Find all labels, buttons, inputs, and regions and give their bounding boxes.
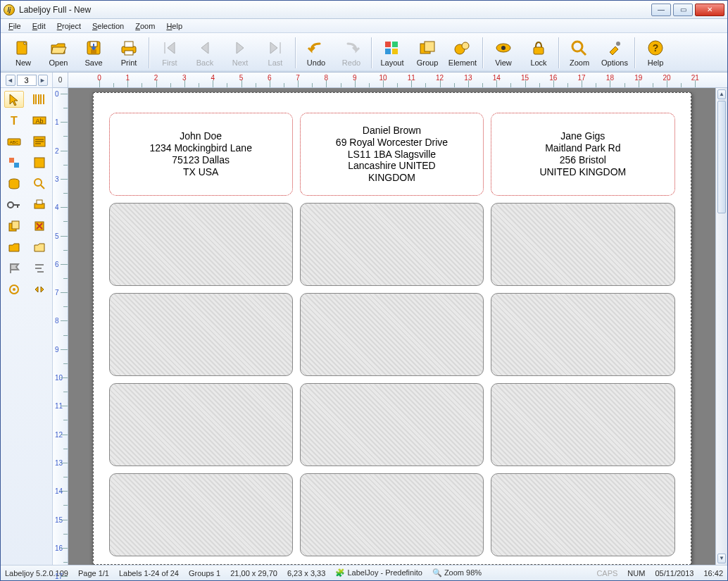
label-cell-empty[interactable]	[109, 473, 293, 556]
ruler-origin: 0	[53, 73, 68, 88]
first-button[interactable]: First	[153, 35, 187, 70]
menu-project[interactable]: Project	[52, 20, 86, 32]
lock-icon	[529, 39, 548, 57]
label-cell-empty[interactable]	[300, 473, 484, 556]
label-cell[interactable]: Jane GigsMaitland Park Rd256 BristolUNIT…	[491, 113, 674, 196]
zoom-button[interactable]: Zoom	[563, 35, 596, 70]
label-cell[interactable]: John Doe1234 Mockingbird Lane75123 Dalla…	[109, 113, 293, 196]
folder-tool[interactable]	[4, 239, 24, 256]
next-button[interactable]: Next	[223, 35, 257, 70]
help-button[interactable]: ?Help	[639, 35, 672, 70]
horizontal-ruler[interactable]: 0 0123456789101112131415161718192021	[68, 73, 727, 88]
label-tool[interactable]: ABC	[4, 133, 24, 150]
svg-rect-47	[37, 200, 42, 204]
status-labels: Labels 1-24 of 24	[119, 569, 179, 577]
svg-point-16	[501, 46, 506, 50]
svg-text:?: ?	[653, 42, 659, 54]
menu-help[interactable]: Help	[161, 20, 187, 32]
label-cell-empty[interactable]	[300, 383, 484, 466]
layout-icon	[382, 39, 402, 57]
find-tool[interactable]	[30, 175, 49, 192]
menu-zoom[interactable]: Zoom	[130, 20, 160, 32]
pointer-tool[interactable]	[4, 91, 24, 108]
label-cell-empty[interactable]	[109, 383, 293, 466]
textfield-tool[interactable]: Ab	[30, 112, 49, 129]
tool-palette: T Ab ABC	[1, 88, 52, 565]
label-cell-empty[interactable]	[109, 293, 293, 376]
view-icon	[494, 39, 513, 57]
vertical-ruler[interactable]: 0123456789101112131415161718	[53, 88, 68, 565]
svg-point-43	[8, 202, 13, 208]
svg-point-41	[34, 179, 42, 186]
save-button[interactable]: Save	[77, 35, 111, 70]
svg-rect-39	[34, 158, 44, 168]
copy-tool[interactable]	[4, 218, 24, 235]
status-zoom: 🔍 Zoom 98%	[432, 568, 482, 577]
folder2-tool[interactable]	[30, 239, 49, 256]
status-profile: 🧩 LabelJoy - Predefinito	[335, 568, 422, 577]
target-tool[interactable]	[4, 281, 24, 298]
label-cell[interactable]: Daniel Brown69 Royal Worcester DriveLS11…	[300, 113, 484, 196]
page-number-input[interactable]	[17, 75, 37, 86]
resize-tool[interactable]	[30, 281, 49, 298]
new-button[interactable]: New	[6, 35, 40, 70]
print-icon	[119, 39, 139, 57]
back-button[interactable]: Back	[188, 35, 222, 70]
shape-tool[interactable]	[4, 154, 24, 171]
menu-edit[interactable]: Edit	[27, 20, 51, 32]
print-tool[interactable]	[30, 196, 49, 213]
svg-text:ABC: ABC	[9, 140, 18, 144]
lock-button[interactable]: Lock	[522, 35, 556, 70]
scroll-down-button[interactable]: ▼	[717, 554, 726, 563]
align-tool[interactable]	[30, 260, 49, 277]
text-tool[interactable]: T	[4, 112, 24, 129]
layout-button[interactable]: Layout	[375, 35, 409, 70]
svg-text:T: T	[11, 115, 18, 127]
close-button[interactable]: ✕	[695, 4, 724, 16]
svg-point-18	[572, 42, 582, 51]
options-button[interactable]: Options	[598, 35, 632, 70]
page-prev-button[interactable]: ◄	[6, 75, 15, 86]
canvas-viewport[interactable]: John Doe1234 Mockingbird Lane75123 Dalla…	[68, 88, 715, 565]
label-cell-empty[interactable]	[300, 203, 484, 286]
label-sheet[interactable]: John Doe1234 Mockingbird Lane75123 Dalla…	[93, 92, 691, 565]
delete-tool[interactable]	[30, 218, 49, 235]
label-cell-empty[interactable]	[491, 203, 674, 286]
minimize-button[interactable]: —	[651, 4, 671, 16]
next-icon	[230, 39, 250, 57]
last-button[interactable]: Last	[258, 35, 292, 70]
svg-rect-9	[385, 49, 391, 54]
scroll-thumb[interactable]	[717, 101, 726, 213]
status-groups: Groups 1	[189, 569, 220, 577]
textblock-tool[interactable]	[30, 133, 49, 150]
maximize-button[interactable]: ▭	[673, 4, 693, 16]
label-cell-empty[interactable]	[300, 293, 484, 376]
barcode-tool[interactable]	[30, 91, 49, 108]
flag-tool[interactable]	[4, 260, 24, 277]
menu-selection[interactable]: Selection	[87, 20, 129, 32]
svg-rect-5	[125, 42, 133, 47]
svg-line-42	[41, 185, 44, 189]
view-button[interactable]: View	[487, 35, 520, 70]
image-tool[interactable]	[30, 154, 49, 171]
key-tool[interactable]	[4, 196, 24, 213]
open-button[interactable]: Open	[42, 35, 75, 70]
menu-file[interactable]: File	[4, 20, 26, 32]
page-next-button[interactable]: ►	[38, 75, 48, 86]
open-icon	[49, 39, 68, 57]
label-cell-empty[interactable]	[109, 203, 293, 286]
label-cell-empty[interactable]	[491, 383, 674, 466]
element-button[interactable]: Element	[446, 35, 479, 70]
group-button[interactable]: Group	[410, 35, 444, 70]
svg-rect-17	[534, 47, 544, 54]
vertical-scrollbar[interactable]: ▲ ▼	[715, 88, 727, 565]
print-button[interactable]: Print	[112, 35, 146, 70]
database-tool[interactable]	[4, 175, 24, 192]
label-cell-empty[interactable]	[491, 293, 674, 376]
status-bar: Labeljoy 5.2.0.109 Page 1/1 Labels 1-24 …	[1, 565, 727, 580]
undo-button[interactable]: Undo	[299, 35, 333, 70]
scroll-up-button[interactable]: ▲	[717, 89, 726, 99]
redo-button[interactable]: Redo	[334, 35, 368, 70]
status-date: 05/11/2013	[655, 569, 694, 577]
label-cell-empty[interactable]	[491, 473, 674, 556]
